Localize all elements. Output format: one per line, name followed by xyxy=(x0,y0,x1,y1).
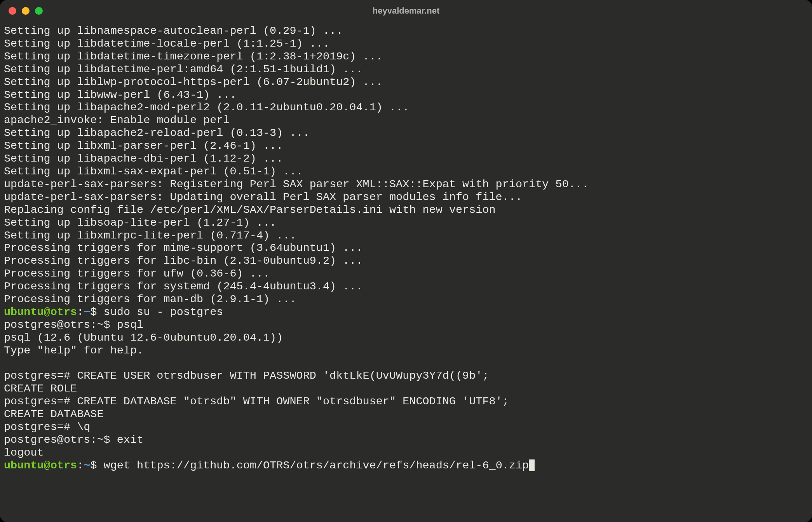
output-line: Setting up libxml-sax-expat-perl (0.51-1… xyxy=(4,165,303,178)
traffic-lights xyxy=(9,7,43,15)
prompt-user: ubuntu@otrs xyxy=(4,459,77,472)
output-line: Setting up libxmlrpc-lite-perl (0.717-4)… xyxy=(4,229,296,242)
output-line: Setting up libapache2-reload-perl (0.13-… xyxy=(4,127,310,139)
output-line: Setting up libdatetime-perl:amd64 (2:1.5… xyxy=(4,63,363,76)
output-line: Setting up libwww-perl (6.43-1) ... xyxy=(4,89,237,101)
output-line: Type "help" for help. xyxy=(4,344,143,357)
prompt-sep: : xyxy=(77,306,84,318)
output-line: apache2_invoke: Enable module perl xyxy=(4,114,230,127)
output-line: Setting up libxml-parser-perl (2.46-1) .… xyxy=(4,139,283,152)
prompt-path: ~ xyxy=(84,459,90,472)
prompt-plain: postgres@otrs:~$ xyxy=(4,433,117,446)
output-line: Processing triggers for systemd (245.4-4… xyxy=(4,280,363,293)
prompt-plain: postgres=# xyxy=(4,421,77,433)
command-text: sudo su - postgres xyxy=(104,306,223,318)
output-line: Setting up liblwp-protocol-https-perl (6… xyxy=(4,76,383,89)
prompt-plain: postgres@otrs:~$ xyxy=(4,318,117,331)
prompt-dollar: $ xyxy=(90,306,103,318)
prompt-plain: postgres=# xyxy=(4,395,77,408)
prompt-sep: : xyxy=(77,459,84,472)
command-text: exit xyxy=(117,433,143,446)
terminal-body[interactable]: Setting up libnamespace-autoclean-perl (… xyxy=(0,22,812,476)
minimize-icon[interactable] xyxy=(22,7,30,15)
output-line: logout xyxy=(4,446,44,459)
close-icon[interactable] xyxy=(9,7,16,15)
output-line: CREATE ROLE xyxy=(4,382,77,395)
prompt-user: ubuntu@otrs xyxy=(4,306,77,318)
output-line: Setting up libapache2-mod-perl2 (2.0.11-… xyxy=(4,101,409,114)
output-line: Replacing config file /etc/perl/XML/SAX/… xyxy=(4,204,496,216)
prompt-plain: postgres=# xyxy=(4,369,77,382)
prompt-path: ~ xyxy=(84,306,90,318)
window-title: heyvaldemar.net xyxy=(0,6,812,16)
output-line: Setting up libapache-dbi-perl (1.12-2) .… xyxy=(4,152,283,165)
command-text: CREATE USER otrsdbuser WITH PASSWORD 'dk… xyxy=(77,369,489,382)
command-text: psql xyxy=(117,318,143,331)
output-line: Processing triggers for mime-support (3.… xyxy=(4,242,363,254)
command-text: \q xyxy=(77,421,90,433)
output-line: Processing triggers for libc-bin (2.31-0… xyxy=(4,254,363,267)
command-text: wget https://github.com/OTRS/otrs/archiv… xyxy=(104,459,529,472)
cursor-icon xyxy=(529,459,535,471)
prompt-dollar: $ xyxy=(90,459,103,472)
output-line: Setting up libnamespace-autoclean-perl (… xyxy=(4,24,343,37)
output-line: Setting up libsoap-lite-perl (1.27-1) ..… xyxy=(4,216,276,229)
output-line: Setting up libdatetime-timezone-perl (1:… xyxy=(4,50,383,63)
terminal-window: heyvaldemar.net Setting up libnamespace-… xyxy=(0,0,812,522)
output-line: CREATE DATABASE xyxy=(4,408,104,421)
titlebar: heyvaldemar.net xyxy=(0,0,812,22)
output-line: Processing triggers for ufw (0.36-6) ... xyxy=(4,267,270,280)
output-line: Processing triggers for man-db (2.9.1-1)… xyxy=(4,293,296,306)
zoom-icon[interactable] xyxy=(35,7,43,15)
command-text: CREATE DATABASE "otrsdb" WITH OWNER "otr… xyxy=(77,395,509,408)
output-line: psql (12.6 (Ubuntu 12.6-0ubuntu0.20.04.1… xyxy=(4,331,283,344)
output-line: update-perl-sax-parsers: Registering Per… xyxy=(4,178,589,191)
output-line: Setting up libdatetime-locale-perl (1:1.… xyxy=(4,37,329,50)
output-line: update-perl-sax-parsers: Updating overal… xyxy=(4,191,522,204)
